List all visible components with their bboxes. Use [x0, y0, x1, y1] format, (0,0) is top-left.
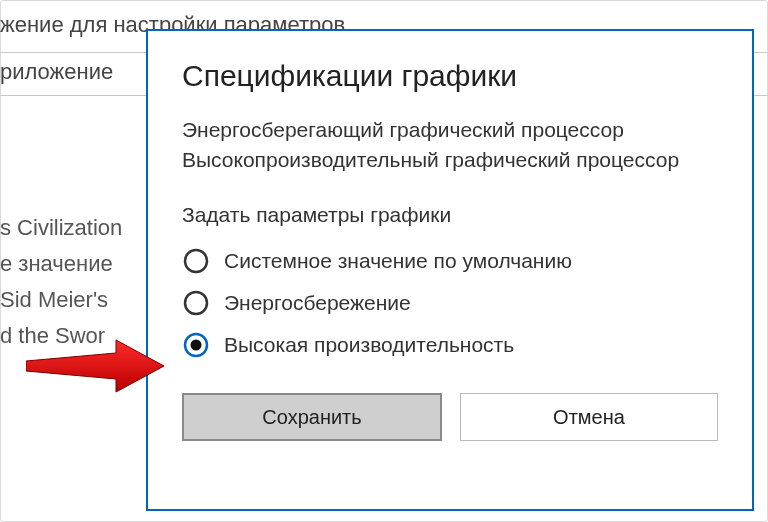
radio-label: Высокая производительность — [224, 333, 514, 357]
save-button[interactable]: Сохранить — [182, 393, 442, 441]
radio-label: Энергосбережение — [224, 291, 411, 315]
graphics-specifications-dialog: Спецификации графики Энергосберегающий г… — [146, 29, 754, 511]
svg-point-3 — [191, 340, 202, 351]
dialog-title: Спецификации графики — [182, 59, 718, 93]
cancel-button[interactable]: Отмена — [460, 393, 718, 441]
svg-point-0 — [185, 250, 207, 272]
list-item: е значение — [0, 246, 150, 282]
list-item: s Civilization — [0, 210, 150, 246]
radio-unchecked-icon — [182, 289, 210, 317]
radio-unchecked-icon — [182, 247, 210, 275]
radio-group-graphics-preference: Системное значение по умолчанию Энергосб… — [182, 247, 718, 359]
list-item: d the Swor — [0, 318, 150, 354]
radio-option-power-saving[interactable]: Энергосбережение — [182, 289, 718, 317]
bg-app-list: s Civilization е значение Sid Meier's d … — [0, 210, 150, 354]
radio-label: Системное значение по умолчанию — [224, 249, 572, 273]
dialog-button-row: Сохранить Отмена — [182, 393, 718, 441]
radio-option-system-default[interactable]: Системное значение по умолчанию — [182, 247, 718, 275]
dialog-description: Энергосберегающий графический процессор … — [182, 115, 718, 175]
desc-line: Энергосберегающий графический процессор — [182, 115, 718, 145]
radio-checked-icon — [182, 331, 210, 359]
dialog-subheading: Задать параметры графики — [182, 203, 718, 227]
list-item: Sid Meier's — [0, 282, 150, 318]
desc-line: Высокопроизводительный графический проце… — [182, 145, 718, 175]
radio-option-high-performance[interactable]: Высокая производительность — [182, 331, 718, 359]
svg-point-1 — [185, 292, 207, 314]
